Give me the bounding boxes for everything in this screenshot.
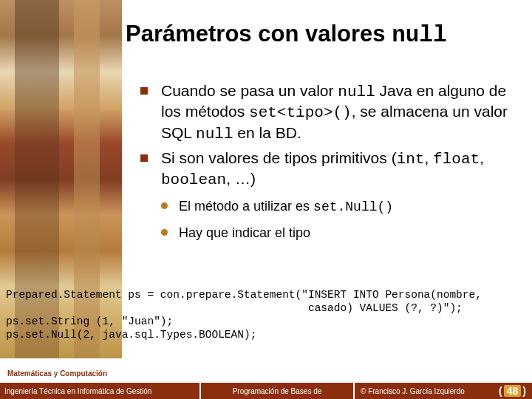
round-bullet-icon (161, 202, 168, 209)
round-bullet-icon (161, 229, 168, 236)
slide-body: Cuando se pasa un valor null Java en alg… (140, 81, 517, 245)
bullet-2-text: Si son valores de tipos primitivos (int,… (161, 149, 484, 187)
page-number-wrap: (48) (499, 385, 526, 397)
department-label: Matemáticas y Computación (7, 369, 107, 378)
title-text: Parámetros con valores (126, 21, 392, 47)
code-example: Prepared.Statement ps = con.prepare.Stat… (6, 288, 526, 342)
code-line-2: casado) VALUES (?, ?)"); (6, 302, 463, 314)
copyright-text: © Francisco J. García Izquierdo (361, 387, 465, 395)
footer-bar: Ingeniería Técnica en Informática de Ges… (0, 383, 532, 399)
code-line-1: Prepared.Statement ps = con.prepare.Stat… (6, 289, 482, 301)
subbullet-2-text: Hay que indicar el tipo (179, 225, 310, 240)
bullet-2: Si son valores de tipos primitivos (int,… (140, 149, 517, 191)
subbullet-1-text: El método a utilizar es set.Null() (179, 199, 393, 214)
square-bullet-icon (140, 87, 148, 95)
footer-mid: Programación de Bases de (200, 383, 355, 399)
bullet-1: Cuando se pasa un valor null Java en alg… (140, 81, 517, 144)
slide-title: Parámetros con valores null (126, 21, 447, 48)
code-line-4: ps.set.Null(2, java.sql.Types.BOOLEAN); (6, 329, 256, 341)
square-bullet-icon (140, 154, 148, 162)
subbullet-2: Hay que indicar el tipo (161, 224, 517, 242)
code-line-3: ps.set.String (1, "Juan"); (6, 316, 173, 327)
footer-right: © Francisco J. García Izquierdo (48) (355, 383, 532, 399)
slide-content: Parámetros con valores null Cuando se pa… (0, 0, 532, 399)
footer-left: Ingeniería Técnica en Informática de Ges… (0, 383, 200, 399)
subbullet-1: El método a utilizar es set.Null() (161, 197, 517, 216)
bullet-1-text: Cuando se pasa un valor null Java en alg… (161, 82, 508, 141)
page-number: 48 (504, 385, 522, 397)
title-code: null (392, 22, 446, 48)
